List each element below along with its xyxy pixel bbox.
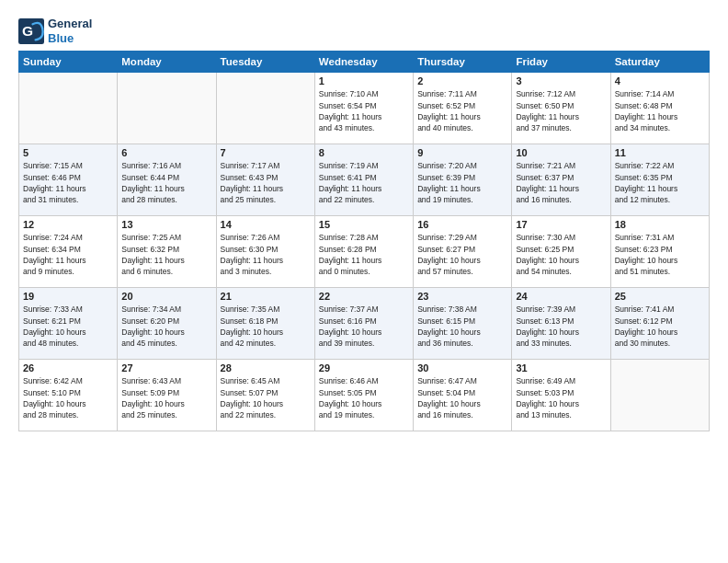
logo-icon: G (18, 18, 44, 44)
day-cell: 23Sunrise: 7:38 AM Sunset: 6:15 PM Dayli… (414, 288, 512, 360)
day-info: Sunrise: 6:47 AM Sunset: 5:04 PM Dayligh… (417, 375, 507, 420)
day-info: Sunrise: 6:49 AM Sunset: 5:03 PM Dayligh… (516, 375, 606, 420)
day-info: Sunrise: 7:26 AM Sunset: 6:30 PM Dayligh… (221, 232, 311, 277)
day-number: 20 (121, 291, 211, 302)
day-number: 8 (319, 147, 409, 158)
day-number: 1 (319, 75, 409, 86)
day-number: 25 (615, 291, 705, 302)
day-number: 9 (417, 147, 507, 158)
day-cell: 26Sunrise: 6:42 AM Sunset: 5:10 PM Dayli… (19, 360, 118, 431)
day-info: Sunrise: 6:45 AM Sunset: 5:07 PM Dayligh… (221, 375, 311, 420)
day-cell: 10Sunrise: 7:21 AM Sunset: 6:37 PM Dayli… (512, 144, 610, 216)
day-cell: 27Sunrise: 6:43 AM Sunset: 5:09 PM Dayli… (118, 360, 216, 431)
day-cell: 19Sunrise: 7:33 AM Sunset: 6:21 PM Dayli… (19, 288, 118, 360)
day-info: Sunrise: 7:29 AM Sunset: 6:27 PM Dayligh… (417, 232, 507, 277)
day-number: 26 (23, 362, 113, 373)
day-cell: 12Sunrise: 7:24 AM Sunset: 6:34 PM Dayli… (19, 216, 118, 288)
day-number: 4 (615, 75, 705, 86)
day-cell: 28Sunrise: 6:45 AM Sunset: 5:07 PM Dayli… (216, 360, 314, 431)
day-number: 23 (417, 291, 507, 302)
weekday-header-thursday: Thursday (414, 52, 512, 73)
day-info: Sunrise: 7:24 AM Sunset: 6:34 PM Dayligh… (23, 232, 113, 277)
day-info: Sunrise: 7:41 AM Sunset: 6:12 PM Dayligh… (615, 304, 705, 349)
day-info: Sunrise: 7:28 AM Sunset: 6:28 PM Dayligh… (319, 232, 409, 277)
day-info: Sunrise: 7:25 AM Sunset: 6:32 PM Dayligh… (121, 232, 211, 277)
day-info: Sunrise: 7:17 AM Sunset: 6:43 PM Dayligh… (221, 160, 311, 205)
day-info: Sunrise: 7:14 AM Sunset: 6:48 PM Dayligh… (615, 88, 705, 133)
day-cell (118, 73, 216, 144)
day-cell: 15Sunrise: 7:28 AM Sunset: 6:28 PM Dayli… (314, 216, 413, 288)
weekday-header-row: SundayMondayTuesdayWednesdayThursdayFrid… (19, 52, 710, 73)
day-info: Sunrise: 7:10 AM Sunset: 6:54 PM Dayligh… (319, 88, 409, 133)
day-number: 18 (615, 219, 705, 230)
day-cell: 14Sunrise: 7:26 AM Sunset: 6:30 PM Dayli… (216, 216, 314, 288)
day-info: Sunrise: 6:43 AM Sunset: 5:09 PM Dayligh… (121, 375, 211, 420)
day-info: Sunrise: 6:46 AM Sunset: 5:05 PM Dayligh… (319, 375, 409, 420)
day-info: Sunrise: 7:31 AM Sunset: 6:23 PM Dayligh… (615, 232, 705, 277)
day-number: 21 (221, 291, 311, 302)
day-number: 7 (221, 147, 311, 158)
day-cell: 22Sunrise: 7:37 AM Sunset: 6:16 PM Dayli… (314, 288, 413, 360)
day-number: 14 (221, 219, 311, 230)
svg-text:G: G (22, 22, 33, 38)
day-info: Sunrise: 6:42 AM Sunset: 5:10 PM Dayligh… (23, 375, 113, 420)
day-number: 15 (319, 219, 409, 230)
day-number: 24 (516, 291, 606, 302)
week-row-5: 26Sunrise: 6:42 AM Sunset: 5:10 PM Dayli… (19, 360, 710, 431)
day-info: Sunrise: 7:33 AM Sunset: 6:21 PM Dayligh… (23, 304, 113, 349)
day-number: 13 (121, 219, 211, 230)
week-row-3: 12Sunrise: 7:24 AM Sunset: 6:34 PM Dayli… (19, 216, 710, 288)
day-cell: 16Sunrise: 7:29 AM Sunset: 6:27 PM Dayli… (414, 216, 512, 288)
day-cell: 8Sunrise: 7:19 AM Sunset: 6:41 PM Daylig… (314, 144, 413, 216)
day-cell: 13Sunrise: 7:25 AM Sunset: 6:32 PM Dayli… (118, 216, 216, 288)
day-cell: 1Sunrise: 7:10 AM Sunset: 6:54 PM Daylig… (314, 73, 413, 144)
day-info: Sunrise: 7:37 AM Sunset: 6:16 PM Dayligh… (319, 304, 409, 349)
day-info: Sunrise: 7:11 AM Sunset: 6:52 PM Dayligh… (417, 88, 507, 133)
day-number: 16 (417, 219, 507, 230)
day-info: Sunrise: 7:21 AM Sunset: 6:37 PM Dayligh… (516, 160, 606, 205)
day-cell: 5Sunrise: 7:15 AM Sunset: 6:46 PM Daylig… (19, 144, 118, 216)
day-cell: 25Sunrise: 7:41 AM Sunset: 6:12 PM Dayli… (610, 288, 709, 360)
day-info: Sunrise: 7:22 AM Sunset: 6:35 PM Dayligh… (615, 160, 705, 205)
day-cell: 30Sunrise: 6:47 AM Sunset: 5:04 PM Dayli… (414, 360, 512, 431)
day-cell: 24Sunrise: 7:39 AM Sunset: 6:13 PM Dayli… (512, 288, 610, 360)
day-number: 28 (221, 362, 311, 373)
day-info: Sunrise: 7:34 AM Sunset: 6:20 PM Dayligh… (121, 304, 211, 349)
day-number: 29 (319, 362, 409, 373)
week-row-1: 1Sunrise: 7:10 AM Sunset: 6:54 PM Daylig… (19, 73, 710, 144)
day-cell (216, 73, 314, 144)
day-info: Sunrise: 7:16 AM Sunset: 6:44 PM Dayligh… (121, 160, 211, 205)
weekday-header-saturday: Saturday (610, 52, 709, 73)
weekday-header-sunday: Sunday (19, 52, 118, 73)
weekday-header-tuesday: Tuesday (216, 52, 314, 73)
day-info: Sunrise: 7:12 AM Sunset: 6:50 PM Dayligh… (516, 88, 606, 133)
day-cell: 4Sunrise: 7:14 AM Sunset: 6:48 PM Daylig… (610, 73, 709, 144)
day-number: 6 (121, 147, 211, 158)
week-row-2: 5Sunrise: 7:15 AM Sunset: 6:46 PM Daylig… (19, 144, 710, 216)
day-number: 19 (23, 291, 113, 302)
logo-text: General Blue (48, 17, 92, 45)
day-cell: 3Sunrise: 7:12 AM Sunset: 6:50 PM Daylig… (512, 73, 610, 144)
day-cell: 21Sunrise: 7:35 AM Sunset: 6:18 PM Dayli… (216, 288, 314, 360)
day-info: Sunrise: 7:15 AM Sunset: 6:46 PM Dayligh… (23, 160, 113, 205)
day-cell: 6Sunrise: 7:16 AM Sunset: 6:44 PM Daylig… (118, 144, 216, 216)
day-cell: 7Sunrise: 7:17 AM Sunset: 6:43 PM Daylig… (216, 144, 314, 216)
day-cell: 9Sunrise: 7:20 AM Sunset: 6:39 PM Daylig… (414, 144, 512, 216)
day-number: 10 (516, 147, 606, 158)
day-info: Sunrise: 7:38 AM Sunset: 6:15 PM Dayligh… (417, 304, 507, 349)
day-cell (19, 73, 118, 144)
day-cell: 20Sunrise: 7:34 AM Sunset: 6:20 PM Dayli… (118, 288, 216, 360)
day-info: Sunrise: 7:35 AM Sunset: 6:18 PM Dayligh… (221, 304, 311, 349)
day-number: 27 (121, 362, 211, 373)
day-number: 11 (615, 147, 705, 158)
day-cell: 18Sunrise: 7:31 AM Sunset: 6:23 PM Dayli… (610, 216, 709, 288)
day-info: Sunrise: 7:39 AM Sunset: 6:13 PM Dayligh… (516, 304, 606, 349)
day-number: 3 (516, 75, 606, 86)
day-cell (610, 360, 709, 431)
day-number: 31 (516, 362, 606, 373)
day-info: Sunrise: 7:30 AM Sunset: 6:25 PM Dayligh… (516, 232, 606, 277)
day-number: 22 (319, 291, 409, 302)
calendar-container: G General Blue SundayMondayTuesdayWednes… (0, 0, 728, 563)
week-row-4: 19Sunrise: 7:33 AM Sunset: 6:21 PM Dayli… (19, 288, 710, 360)
day-info: Sunrise: 7:20 AM Sunset: 6:39 PM Dayligh… (417, 160, 507, 205)
